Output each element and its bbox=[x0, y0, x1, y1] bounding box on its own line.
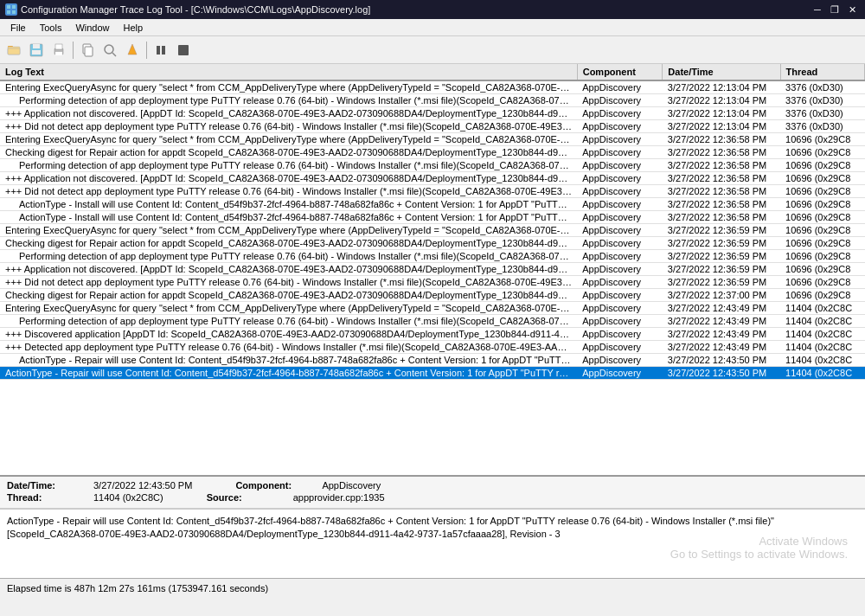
activation-watermark: Activate Windows Go to Settings to activ… bbox=[670, 535, 848, 561]
toolbar-sep-1 bbox=[73, 42, 74, 59]
toolbar-pause[interactable] bbox=[151, 40, 171, 61]
cell-thread: 10696 (0x29C8 bbox=[780, 211, 864, 224]
table-row[interactable]: Checking digest for Repair action for ap… bbox=[0, 237, 865, 250]
toolbar-save[interactable] bbox=[26, 40, 47, 61]
cell-datetime: 3/27/2022 12:36:59 PM bbox=[663, 224, 780, 237]
toolbar-stop[interactable] bbox=[173, 40, 194, 61]
table-row[interactable]: Entering ExecQueryAsync for query "selec… bbox=[0, 224, 865, 237]
toolbar-print[interactable] bbox=[48, 40, 69, 61]
cell-component: AppDiscovery bbox=[577, 146, 663, 159]
header-component: Component bbox=[577, 64, 663, 80]
table-row[interactable]: +++ Did not detect app deployment type P… bbox=[0, 276, 865, 289]
cell-datetime: 3/27/2022 12:36:58 PM bbox=[663, 146, 780, 159]
table-row[interactable]: +++ Did not detect app deployment type P… bbox=[0, 185, 865, 198]
table-row[interactable]: Performing detection of app deployment t… bbox=[0, 315, 865, 328]
cell-logtext: ActionType - Repair will use Content Id:… bbox=[0, 367, 577, 380]
header-thread: Thread bbox=[780, 64, 864, 80]
toolbar-sep-2 bbox=[146, 42, 147, 59]
table-row[interactable]: Entering ExecQueryAsync for query "selec… bbox=[0, 302, 865, 315]
table-row[interactable]: ActionType - Repair will use Content Id:… bbox=[0, 354, 865, 367]
svg-rect-2 bbox=[7, 10, 10, 14]
table-row[interactable]: +++ Application not discovered. [AppDT I… bbox=[0, 172, 865, 185]
table-row[interactable]: Performing detection of app deployment t… bbox=[0, 250, 865, 263]
table-row[interactable]: Checking digest for Repair action for ap… bbox=[0, 289, 865, 302]
cell-datetime: 3/27/2022 12:13:04 PM bbox=[663, 120, 780, 133]
table-row[interactable]: +++ Did not detect app deployment type P… bbox=[0, 120, 865, 133]
table-row[interactable]: ActionType - Install will use Content Id… bbox=[0, 198, 865, 211]
svg-rect-1 bbox=[12, 5, 16, 9]
watermark-line1: Activate Windows bbox=[670, 535, 848, 548]
header-datetime: Date/Time bbox=[663, 64, 780, 80]
cell-thread: 3376 (0xD30) bbox=[780, 80, 864, 94]
svg-rect-11 bbox=[55, 44, 62, 49]
close-button[interactable]: ✕ bbox=[844, 3, 860, 16]
cell-thread: 10696 (0x29C8 bbox=[780, 289, 864, 302]
component-value: AppDiscovery bbox=[322, 480, 381, 491]
restore-button[interactable]: ❐ bbox=[827, 3, 843, 16]
toolbar-find[interactable] bbox=[99, 40, 120, 61]
cell-thread: 10696 (0x29C8 bbox=[780, 237, 864, 250]
table-row[interactable]: Entering ExecQueryAsync for query "selec… bbox=[0, 133, 865, 146]
cell-thread: 3376 (0xD30) bbox=[780, 94, 864, 107]
title-bar-controls: ─ ❐ ✕ bbox=[810, 3, 860, 16]
toolbar-copy[interactable] bbox=[77, 40, 98, 61]
svg-rect-8 bbox=[33, 44, 40, 48]
menu-file[interactable]: File bbox=[3, 21, 33, 35]
toolbar bbox=[0, 36, 865, 64]
cell-component: AppDiscovery bbox=[577, 276, 663, 289]
minimize-button[interactable]: ─ bbox=[810, 3, 825, 16]
svg-rect-6 bbox=[8, 48, 20, 55]
cell-thread: 10696 (0x29C8 bbox=[780, 159, 864, 172]
cell-component: AppDiscovery bbox=[577, 315, 663, 328]
menu-tools[interactable]: Tools bbox=[33, 21, 69, 35]
toolbar-open[interactable] bbox=[3, 40, 24, 61]
cell-datetime: 3/27/2022 12:36:59 PM bbox=[663, 263, 780, 276]
table-row[interactable]: +++ Application not discovered. [AppDT I… bbox=[0, 263, 865, 276]
table-row[interactable]: +++ Discovered application [AppDT Id: Sc… bbox=[0, 328, 865, 341]
menu-window[interactable]: Window bbox=[68, 21, 116, 35]
cell-component: AppDiscovery bbox=[577, 185, 663, 198]
cell-component: AppDiscovery bbox=[577, 159, 663, 172]
table-row[interactable]: Entering ExecQueryAsync for query "selec… bbox=[0, 80, 865, 94]
table-row[interactable]: ActionType - Install will use Content Id… bbox=[0, 211, 865, 224]
table-row[interactable]: +++ Detected app deployment type PuTTY r… bbox=[0, 341, 865, 354]
cell-logtext: Entering ExecQueryAsync for query "selec… bbox=[0, 133, 577, 146]
svg-rect-9 bbox=[32, 50, 41, 55]
cell-thread: 10696 (0x29C8 bbox=[780, 185, 864, 198]
cell-datetime: 3/27/2022 12:43:49 PM bbox=[663, 315, 780, 328]
cell-component: AppDiscovery bbox=[577, 354, 663, 367]
svg-rect-20 bbox=[178, 45, 189, 55]
cell-logtext: +++ Application not discovered. [AppDT I… bbox=[0, 107, 577, 120]
cell-thread: 10696 (0x29C8 bbox=[780, 133, 864, 146]
table-row[interactable]: Checking digest for Repair action for ap… bbox=[0, 146, 865, 159]
table-row[interactable]: ActionType - Repair will use Content Id:… bbox=[0, 367, 865, 380]
cell-logtext: Performing detection of app deployment t… bbox=[0, 94, 577, 107]
table-row[interactable]: Performing detection of app deployment t… bbox=[0, 94, 865, 107]
cell-component: AppDiscovery bbox=[577, 211, 663, 224]
cell-datetime: 3/27/2022 12:36:59 PM bbox=[663, 250, 780, 263]
cell-thread: 10696 (0x29C8 bbox=[780, 198, 864, 211]
cell-component: AppDiscovery bbox=[577, 263, 663, 276]
cell-logtext: Performing detection of app deployment t… bbox=[0, 315, 577, 328]
cell-thread: 10696 (0x29C8 bbox=[780, 276, 864, 289]
menu-bar: File Tools Window Help bbox=[0, 19, 865, 36]
svg-rect-12 bbox=[55, 52, 62, 55]
cell-datetime: 3/27/2022 12:13:04 PM bbox=[663, 94, 780, 107]
cell-thread: 11404 (0x2C8C bbox=[780, 302, 864, 315]
menu-help[interactable]: Help bbox=[117, 21, 151, 35]
cell-datetime: 3/27/2022 12:36:58 PM bbox=[663, 211, 780, 224]
cell-datetime: 3/27/2022 12:43:49 PM bbox=[663, 328, 780, 341]
toolbar-highlight[interactable] bbox=[122, 40, 143, 61]
cell-thread: 11404 (0x2C8C bbox=[780, 354, 864, 367]
cell-component: AppDiscovery bbox=[577, 107, 663, 120]
cell-datetime: 3/27/2022 12:43:50 PM bbox=[663, 354, 780, 367]
main-content: Log Text Component Date/Time Thread Ente… bbox=[0, 64, 865, 597]
table-row[interactable]: Performing detection of app deployment t… bbox=[0, 159, 865, 172]
log-table: Log Text Component Date/Time Thread Ente… bbox=[0, 64, 865, 380]
cell-datetime: 3/27/2022 12:36:58 PM bbox=[663, 185, 780, 198]
component-label: Component: bbox=[235, 480, 304, 491]
cell-logtext: ActionType - Install will use Content Id… bbox=[0, 211, 577, 224]
log-table-container[interactable]: Log Text Component Date/Time Thread Ente… bbox=[0, 64, 865, 477]
table-row[interactable]: +++ Application not discovered. [AppDT I… bbox=[0, 107, 865, 120]
cell-component: AppDiscovery bbox=[577, 224, 663, 237]
